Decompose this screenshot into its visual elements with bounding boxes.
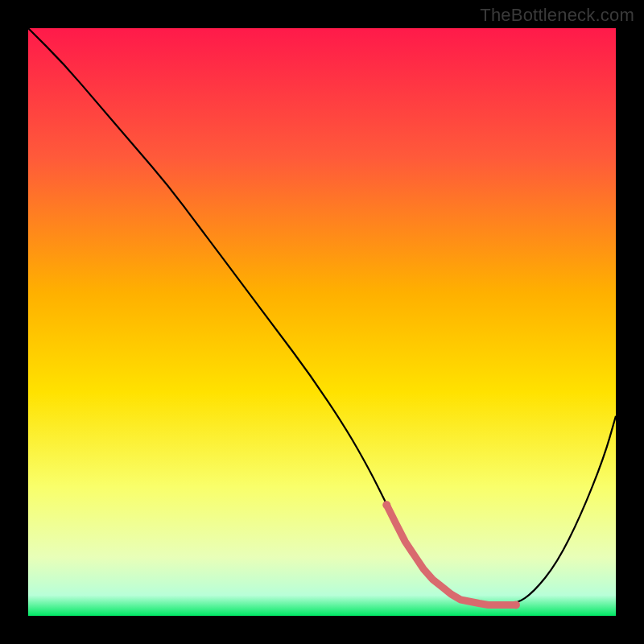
optimal-band-line xyxy=(386,505,516,605)
plot-area xyxy=(28,28,616,616)
bottleneck-curve xyxy=(28,28,616,616)
optimal-band-dot-left xyxy=(382,501,390,509)
watermark-text: TheBottleneck.com xyxy=(480,5,634,26)
optimal-band-dot-right xyxy=(512,601,520,609)
curve-line xyxy=(28,28,616,604)
